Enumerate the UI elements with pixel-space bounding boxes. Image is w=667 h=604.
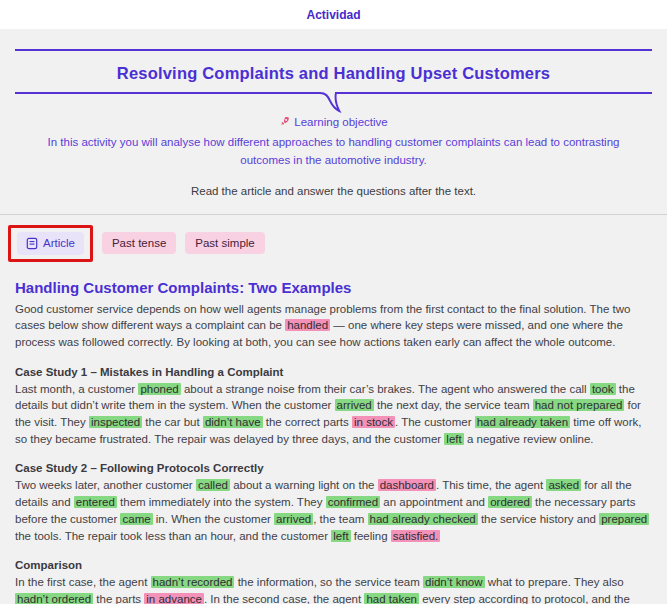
- article-paragraph: Last month, a customer phoned about a st…: [15, 381, 652, 448]
- highlight-green: asked: [546, 479, 581, 491]
- rocket-icon: [279, 116, 290, 129]
- highlight-green: hadn’t ordered: [15, 593, 93, 604]
- highlight-green: had taken: [364, 593, 419, 604]
- highlight-green: left: [331, 530, 350, 542]
- annotation-red-box: Article: [8, 225, 93, 262]
- divider-top: [15, 49, 652, 51]
- highlight-green: had already checked: [368, 513, 478, 525]
- highlight-green: left: [444, 433, 463, 445]
- highlight-green: had already taken: [475, 416, 570, 428]
- highlight-green: confirmed: [326, 496, 381, 508]
- article-paragraph: Good customer service depends on how wel…: [15, 301, 652, 351]
- highlight-green: entered: [74, 496, 117, 508]
- highlight-green: hadn’t recorded: [151, 576, 235, 588]
- tags-row: Article Past tense Past simple: [15, 225, 652, 262]
- article-paragraph: Two weeks later, another customer called…: [15, 477, 652, 544]
- article-tab-label: Article: [43, 237, 75, 249]
- document-icon: [26, 237, 38, 250]
- highlight-green: arrived: [274, 513, 313, 525]
- highlight-green: phoned: [138, 383, 180, 395]
- section-heading: Case Study 1 – Mistakes in Handling a Co…: [15, 366, 652, 378]
- highlight-green: didn’t have: [203, 416, 263, 428]
- highlight-green: didn’t know: [423, 576, 485, 588]
- learning-objective-text-label: Learning objective: [294, 116, 387, 128]
- article-sections: Good customer service depends on how wel…: [15, 301, 652, 604]
- highlight-pink: handled: [285, 319, 330, 331]
- highlight-green: inspected: [89, 416, 142, 428]
- app-header: Actividad: [0, 0, 667, 29]
- highlight-green: prepared: [599, 513, 649, 525]
- badge-past-tense: Past tense: [102, 232, 176, 254]
- section-heading: Comparison: [15, 559, 652, 571]
- highlight-pink: in advance: [144, 593, 204, 604]
- article-title: Handling Customer Complaints: Two Exampl…: [15, 279, 652, 296]
- objective-description: In this activity you will analyse how di…: [24, 133, 644, 170]
- highlight-green: came: [120, 513, 152, 525]
- activity-title: Resolving Complaints and Handling Upset …: [15, 64, 652, 83]
- highlight-green: had not prepared: [533, 399, 625, 411]
- highlight-green: ordered: [488, 496, 532, 508]
- instruction-text: Read the article and answer the question…: [15, 185, 652, 197]
- section-divider: [0, 214, 667, 215]
- page-title: Actividad: [306, 8, 360, 22]
- highlight-green: took: [590, 383, 616, 395]
- highlight-pink: in stock: [352, 416, 395, 428]
- badge-past-simple: Past simple: [185, 232, 264, 254]
- highlight-pink: dashboard: [378, 479, 436, 491]
- highlight-pink: satisfied.: [391, 530, 440, 542]
- section-heading: Case Study 2 – Following Protocols Corre…: [15, 462, 652, 474]
- divider-with-tail: [15, 92, 652, 114]
- learning-objective-label: Learning objective: [15, 116, 652, 129]
- highlight-green: called: [196, 479, 230, 491]
- highlight-green: arrived: [335, 399, 374, 411]
- article-tab-button[interactable]: Article: [17, 232, 84, 255]
- activity-content: Resolving Complaints and Handling Upset …: [0, 29, 667, 604]
- article-paragraph: In the first case, the agent hadn’t reco…: [15, 574, 652, 604]
